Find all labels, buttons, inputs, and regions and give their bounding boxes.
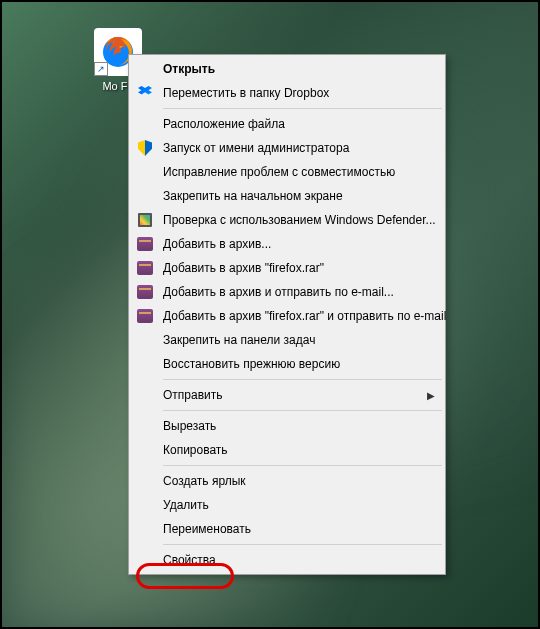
blank-icon	[135, 440, 155, 460]
winrar-icon	[135, 282, 155, 302]
menu-delete[interactable]: Удалить	[131, 493, 443, 517]
menu-label: Добавить в архив и отправить по e-mail..…	[163, 285, 435, 299]
menu-open[interactable]: Открыть	[131, 57, 443, 81]
blank-icon	[135, 471, 155, 491]
submenu-arrow-icon: ▶	[427, 390, 435, 401]
menu-label: Отправить	[163, 388, 423, 402]
menu-create-shortcut[interactable]: Создать ярлык	[131, 469, 443, 493]
menu-defender-scan[interactable]: Проверка с использованием Windows Defend…	[131, 208, 443, 232]
dropbox-icon	[135, 83, 155, 103]
menu-label: Создать ярлык	[163, 474, 435, 488]
menu-label: Запуск от имени администратора	[163, 141, 435, 155]
defender-icon	[135, 210, 155, 230]
menu-copy[interactable]: Копировать	[131, 438, 443, 462]
blank-icon	[135, 519, 155, 539]
separator	[163, 108, 442, 109]
separator	[163, 410, 442, 411]
shield-icon	[135, 138, 155, 158]
blank-icon	[135, 186, 155, 206]
menu-add-archive-email[interactable]: Добавить в архив и отправить по e-mail..…	[131, 280, 443, 304]
menu-label: Копировать	[163, 443, 435, 457]
menu-label: Удалить	[163, 498, 435, 512]
menu-label: Переименовать	[163, 522, 435, 536]
menu-properties[interactable]: Свойства	[131, 548, 443, 572]
menu-label: Добавить в архив "firefox.rar" и отправи…	[163, 309, 446, 323]
menu-add-firefox-rar-email[interactable]: Добавить в архив "firefox.rar" и отправи…	[131, 304, 443, 328]
menu-pin-start[interactable]: Закрепить на начальном экране	[131, 184, 443, 208]
context-menu: Открыть Переместить в папку Dropbox Расп…	[128, 54, 446, 575]
menu-add-firefox-rar[interactable]: Добавить в архив "firefox.rar"	[131, 256, 443, 280]
winrar-icon	[135, 306, 155, 326]
menu-label: Добавить в архив...	[163, 237, 435, 251]
blank-icon	[135, 416, 155, 436]
menu-pin-taskbar[interactable]: Закрепить на панели задач	[131, 328, 443, 352]
winrar-icon	[135, 258, 155, 278]
menu-file-location[interactable]: Расположение файла	[131, 112, 443, 136]
menu-rename[interactable]: Переименовать	[131, 517, 443, 541]
blank-icon	[135, 330, 155, 350]
menu-label: Закрепить на панели задач	[163, 333, 435, 347]
menu-label: Переместить в папку Dropbox	[163, 86, 435, 100]
menu-label: Свойства	[163, 553, 435, 567]
menu-label: Закрепить на начальном экране	[163, 189, 435, 203]
blank-icon	[135, 162, 155, 182]
menu-label: Расположение файла	[163, 117, 435, 131]
menu-label: Восстановить прежнюю версию	[163, 357, 435, 371]
blank-icon	[135, 114, 155, 134]
menu-label: Проверка с использованием Windows Defend…	[163, 213, 436, 227]
blank-icon	[135, 495, 155, 515]
shortcut-overlay-icon: ↗	[94, 62, 108, 76]
blank-icon	[135, 550, 155, 570]
menu-send-to[interactable]: Отправить ▶	[131, 383, 443, 407]
menu-label: Вырезать	[163, 419, 435, 433]
menu-label: Исправление проблем с совместимостью	[163, 165, 435, 179]
separator	[163, 544, 442, 545]
menu-restore-previous[interactable]: Восстановить прежнюю версию	[131, 352, 443, 376]
blank-icon	[135, 385, 155, 405]
menu-label: Открыть	[163, 62, 435, 76]
separator	[163, 379, 442, 380]
separator	[163, 465, 442, 466]
menu-dropbox[interactable]: Переместить в папку Dropbox	[131, 81, 443, 105]
blank-icon	[135, 354, 155, 374]
menu-compat-troubleshoot[interactable]: Исправление проблем с совместимостью	[131, 160, 443, 184]
blank-icon	[135, 59, 155, 79]
menu-cut[interactable]: Вырезать	[131, 414, 443, 438]
menu-label: Добавить в архив "firefox.rar"	[163, 261, 435, 275]
winrar-icon	[135, 234, 155, 254]
menu-run-as-admin[interactable]: Запуск от имени администратора	[131, 136, 443, 160]
menu-add-archive[interactable]: Добавить в архив...	[131, 232, 443, 256]
